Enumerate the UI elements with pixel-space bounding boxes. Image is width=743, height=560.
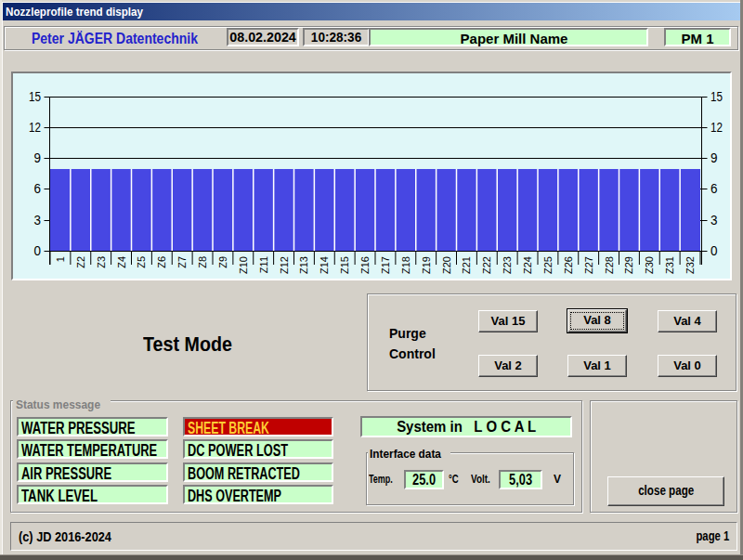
svg-text:Z13: Z13 xyxy=(298,256,309,274)
svg-text:3: 3 xyxy=(34,213,42,228)
svg-text:Z5: Z5 xyxy=(136,256,147,268)
svg-text:Z10: Z10 xyxy=(238,256,249,274)
svg-text:Z32: Z32 xyxy=(684,256,696,274)
svg-text:Z17: Z17 xyxy=(380,256,391,274)
svg-text:Z28: Z28 xyxy=(604,256,615,274)
svg-text:Z31: Z31 xyxy=(664,256,675,274)
svg-text:Z19: Z19 xyxy=(421,256,432,274)
svg-text:3: 3 xyxy=(710,213,718,228)
svg-text:Z8: Z8 xyxy=(197,256,208,268)
svg-text:Z2: Z2 xyxy=(75,256,86,268)
svg-text:0: 0 xyxy=(710,243,718,258)
svg-text:Z4: Z4 xyxy=(116,256,127,268)
svg-text:Z30: Z30 xyxy=(644,256,655,274)
svg-text:Z9: Z9 xyxy=(217,256,228,268)
svg-text:Z7: Z7 xyxy=(176,256,188,268)
svg-text:Z20: Z20 xyxy=(441,256,452,274)
svg-text:Z3: Z3 xyxy=(96,256,107,268)
svg-text:0: 0 xyxy=(34,243,42,258)
svg-text:Z14: Z14 xyxy=(319,256,330,274)
svg-text:9: 9 xyxy=(34,150,42,165)
svg-text:Z23: Z23 xyxy=(502,256,513,274)
svg-text:Z27: Z27 xyxy=(583,256,594,274)
svg-text:Z24: Z24 xyxy=(522,256,533,274)
svg-text:9: 9 xyxy=(710,150,718,165)
svg-text:Z21: Z21 xyxy=(461,256,472,274)
svg-text:6: 6 xyxy=(710,181,718,196)
svg-text:12: 12 xyxy=(29,120,41,135)
svg-text:Z26: Z26 xyxy=(563,256,574,274)
svg-text:Z15: Z15 xyxy=(339,256,350,274)
svg-text:Z25: Z25 xyxy=(542,256,554,274)
svg-text:6: 6 xyxy=(34,181,42,196)
svg-text:Z16: Z16 xyxy=(359,256,371,274)
svg-text:Z29: Z29 xyxy=(623,256,634,274)
svg-text:Z6: Z6 xyxy=(156,256,167,268)
svg-text:12: 12 xyxy=(710,120,723,135)
svg-text:Z11: Z11 xyxy=(258,256,269,273)
svg-text:Z22: Z22 xyxy=(481,256,492,274)
svg-text:1: 1 xyxy=(55,256,66,262)
svg-text:Z18: Z18 xyxy=(400,256,411,274)
svg-text:15: 15 xyxy=(710,89,723,104)
svg-text:15: 15 xyxy=(29,89,41,104)
svg-text:Z12: Z12 xyxy=(279,256,290,274)
